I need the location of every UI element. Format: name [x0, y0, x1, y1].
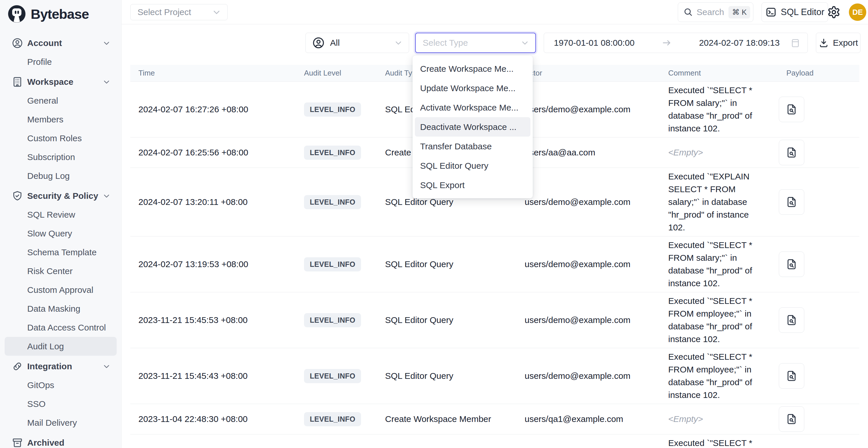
dropdown-option[interactable]: Activate Workspace Me...: [415, 98, 530, 117]
sidebar-item-label: Security & Policy: [27, 191, 98, 201]
sidebar-item[interactable]: Subscription: [5, 148, 117, 166]
sidebar-item[interactable]: Profile: [5, 53, 117, 71]
date-range-picker[interactable]: 1970-01-01 08:00:00 2024-02-07 18:09:13: [544, 33, 808, 53]
sidebar-item[interactable]: Mail Delivery: [5, 413, 117, 432]
file-search-icon: [785, 196, 798, 208]
user-avatar[interactable]: DE: [849, 3, 866, 21]
search-input[interactable]: Search ⌘ K: [678, 2, 753, 22]
level-badge: LEVEL_INFO: [304, 313, 361, 327]
cell-time: 2023-11-21 15:45:53 +08:00: [130, 315, 304, 325]
type-filter-select[interactable]: Select Type: [415, 33, 536, 53]
chevron-down-icon[interactable]: [102, 39, 111, 47]
dropdown-option[interactable]: SQL Export: [415, 175, 530, 195]
file-search-icon: [785, 370, 798, 382]
cell-comment: Executed `"SELECT * FROM employee;"` in …: [668, 295, 766, 346]
select-project-dropdown[interactable]: Select Project: [130, 4, 227, 20]
comment-text: Executed `"SELECT * FROM department;"` i…: [668, 438, 758, 448]
sidebar-item-label: Slow Query: [27, 229, 72, 238]
sidebar-item-label: Custom Approval: [27, 285, 93, 295]
cell-comment: Executed `"SELECT * FROM employee;"` in …: [668, 350, 766, 402]
sidebar-item[interactable]: Data Masking: [5, 299, 117, 318]
dropdown-option-label: Create Workspace Me...: [420, 64, 514, 74]
sql-editor-button[interactable]: SQL Editor: [762, 2, 828, 22]
sql-editor-label: SQL Editor: [781, 7, 824, 18]
comment-text: Executed `"EXPLAIN SELECT * FROM salary;…: [668, 171, 750, 232]
view-payload-button[interactable]: [779, 406, 804, 432]
cell-audit-level: LEVEL_INFO: [304, 102, 385, 117]
export-button[interactable]: Export: [816, 33, 861, 53]
sidebar-item-label: GitOps: [27, 380, 54, 390]
sidebar-item[interactable]: Workspace: [5, 72, 117, 91]
dropdown-option[interactable]: Transfer Database: [415, 137, 530, 156]
sidebar-item[interactable]: Schema Template: [5, 243, 117, 262]
actor-filter-value: All: [330, 38, 389, 48]
export-label: Export: [833, 38, 858, 48]
sidebar-item[interactable]: General: [5, 91, 117, 110]
date-range-end[interactable]: 2024-02-07 18:09:13: [699, 38, 780, 48]
sidebar-item[interactable]: Slow Query: [5, 224, 117, 243]
view-payload-button[interactable]: [779, 307, 804, 333]
dropdown-option-label: Update Workspace Me...: [420, 83, 516, 93]
sidebar-item[interactable]: Custom Roles: [5, 129, 117, 148]
search-icon: [683, 7, 693, 17]
sidebar-item-label: Data Masking: [27, 304, 80, 314]
sidebar-item[interactable]: Custom Approval: [5, 281, 117, 299]
dropdown-option[interactable]: SQL Editor Query: [415, 156, 530, 175]
column-header-time: Time: [130, 69, 304, 77]
sidebar-item-label: Subscription: [27, 152, 75, 162]
sidebar: Bytebase Account: [0, 0, 122, 448]
cell-payload: [779, 363, 859, 389]
file-search-icon: [785, 258, 798, 270]
sidebar-item[interactable]: Data Access Control: [5, 318, 117, 337]
user-icon: [11, 37, 23, 49]
shield-check-icon: [11, 190, 23, 202]
sidebar-item[interactable]: Audit Log: [5, 337, 117, 356]
date-range-start[interactable]: 1970-01-01 08:00:00: [554, 38, 634, 48]
sidebar-item[interactable]: GitOps: [5, 376, 117, 394]
sidebar-item[interactable]: Integration: [5, 357, 117, 376]
table-row: 2023-11-04 01:06:24 +08:00 LEVEL_INFO SQ…: [130, 435, 859, 448]
sidebar-item-label: Data Access Control: [27, 323, 106, 332]
view-payload-button[interactable]: [779, 140, 804, 165]
cell-time: 2023-11-21 15:45:43 +08:00: [130, 371, 304, 381]
sidebar-item[interactable]: Account: [5, 34, 117, 53]
gear-icon[interactable]: [827, 5, 840, 19]
dropdown-option[interactable]: Update Workspace Me...: [415, 78, 530, 98]
sidebar-item[interactable]: Security & Policy: [5, 186, 117, 205]
comment-text: Executed `"SELECT * FROM employee;"` in …: [668, 352, 752, 400]
file-search-icon: [785, 103, 798, 116]
level-badge: LEVEL_INFO: [304, 102, 361, 117]
search-shortcut-kbd: ⌘ K: [728, 6, 750, 19]
chevron-down-icon[interactable]: [102, 362, 111, 371]
view-payload-button[interactable]: [779, 363, 804, 389]
sidebar-item[interactable]: SSO: [5, 394, 117, 413]
sidebar-item[interactable]: Members: [5, 110, 117, 129]
comment-empty: <Empty>: [668, 148, 703, 157]
actor-filter-select[interactable]: All: [305, 33, 409, 53]
table-row: 2023-11-21 15:45:53 +08:00 LEVEL_INFO SQ…: [130, 292, 859, 348]
dropdown-option[interactable]: Deactivate Workspace ...: [415, 117, 530, 137]
arrow-right-icon: [638, 38, 696, 48]
file-search-icon: [785, 314, 798, 326]
sidebar-item[interactable]: Archived: [5, 433, 117, 448]
sidebar-item[interactable]: SQL Review: [5, 205, 117, 224]
sidebar-item-label: Workspace: [27, 77, 73, 87]
cell-actor: users/demo@example.com: [525, 371, 668, 381]
sidebar-item-label: Debug Log: [27, 171, 70, 181]
view-payload-button[interactable]: [779, 252, 804, 277]
level-badge: LEVEL_INFO: [304, 195, 361, 209]
chevron-down-icon[interactable]: [102, 192, 111, 200]
dropdown-option[interactable]: Create Workspace Me...: [415, 59, 530, 78]
sidebar-item-label: Custom Roles: [27, 133, 82, 143]
sidebar-item-label: Integration: [27, 361, 72, 371]
dropdown-option-label: Activate Workspace Me...: [420, 103, 519, 113]
sidebar-item[interactable]: Debug Log: [5, 166, 117, 185]
view-payload-button[interactable]: [779, 189, 804, 215]
brand-logo[interactable]: Bytebase: [0, 0, 121, 26]
chevron-down-icon[interactable]: [102, 77, 111, 86]
link-icon: [11, 361, 23, 372]
sidebar-item[interactable]: Risk Center: [5, 262, 117, 281]
view-payload-button[interactable]: [779, 97, 804, 122]
search-placeholder: Search: [696, 7, 725, 17]
cell-time: 2023-11-04 22:48:30 +08:00: [130, 414, 304, 424]
